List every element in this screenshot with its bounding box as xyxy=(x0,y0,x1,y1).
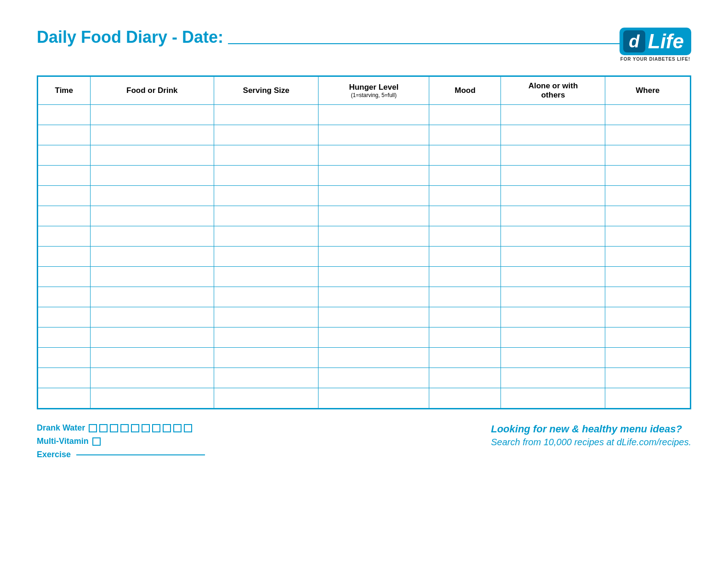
table-cell[interactable] xyxy=(214,307,318,327)
table-cell[interactable] xyxy=(501,145,605,166)
table-cell[interactable] xyxy=(214,145,318,166)
table-row[interactable] xyxy=(38,287,690,307)
table-cell[interactable] xyxy=(90,287,214,307)
table-cell[interactable] xyxy=(429,348,501,368)
table-cell[interactable] xyxy=(90,226,214,247)
exercise-input-line[interactable] xyxy=(76,454,205,455)
table-cell[interactable] xyxy=(38,327,91,348)
table-cell[interactable] xyxy=(90,166,214,186)
table-cell[interactable] xyxy=(501,307,605,327)
table-cell[interactable] xyxy=(318,368,429,388)
table-cell[interactable] xyxy=(605,307,690,327)
table-cell[interactable] xyxy=(38,166,91,186)
table-cell[interactable] xyxy=(501,327,605,348)
table-cell[interactable] xyxy=(90,388,214,408)
table-cell[interactable] xyxy=(38,125,91,145)
table-cell[interactable] xyxy=(38,186,91,206)
table-cell[interactable] xyxy=(318,105,429,125)
water-checkbox-5[interactable] xyxy=(131,424,139,432)
table-cell[interactable] xyxy=(501,166,605,186)
table-cell[interactable] xyxy=(429,125,501,145)
table-row[interactable] xyxy=(38,226,690,247)
table-cell[interactable] xyxy=(38,206,91,226)
table-row[interactable] xyxy=(38,327,690,348)
table-cell[interactable] xyxy=(90,186,214,206)
table-cell[interactable] xyxy=(90,327,214,348)
table-row[interactable] xyxy=(38,348,690,368)
table-cell[interactable] xyxy=(429,388,501,408)
table-cell[interactable] xyxy=(429,327,501,348)
table-cell[interactable] xyxy=(214,186,318,206)
table-cell[interactable] xyxy=(501,186,605,206)
water-checkbox-1[interactable] xyxy=(89,424,97,432)
table-cell[interactable] xyxy=(501,105,605,125)
table-row[interactable] xyxy=(38,247,690,267)
table-cell[interactable] xyxy=(501,388,605,408)
date-input-line[interactable] xyxy=(228,43,620,44)
table-cell[interactable] xyxy=(429,206,501,226)
table-cell[interactable] xyxy=(429,287,501,307)
water-checkbox-7[interactable] xyxy=(152,424,160,432)
table-cell[interactable] xyxy=(38,145,91,166)
table-cell[interactable] xyxy=(501,348,605,368)
table-cell[interactable] xyxy=(214,348,318,368)
table-cell[interactable] xyxy=(429,166,501,186)
table-cell[interactable] xyxy=(318,226,429,247)
table-cell[interactable] xyxy=(318,267,429,287)
table-cell[interactable] xyxy=(38,226,91,247)
table-cell[interactable] xyxy=(318,125,429,145)
table-cell[interactable] xyxy=(429,145,501,166)
table-cell[interactable] xyxy=(429,368,501,388)
table-cell[interactable] xyxy=(318,287,429,307)
table-cell[interactable] xyxy=(605,287,690,307)
table-cell[interactable] xyxy=(214,368,318,388)
table-cell[interactable] xyxy=(605,368,690,388)
table-cell[interactable] xyxy=(429,307,501,327)
table-cell[interactable] xyxy=(214,166,318,186)
table-cell[interactable] xyxy=(90,206,214,226)
table-row[interactable] xyxy=(38,388,690,408)
table-cell[interactable] xyxy=(501,206,605,226)
table-cell[interactable] xyxy=(214,247,318,267)
water-checkbox-4[interactable] xyxy=(120,424,129,432)
table-cell[interactable] xyxy=(38,267,91,287)
table-row[interactable] xyxy=(38,145,690,166)
table-cell[interactable] xyxy=(429,186,501,206)
table-cell[interactable] xyxy=(318,327,429,348)
table-row[interactable] xyxy=(38,307,690,327)
table-cell[interactable] xyxy=(214,105,318,125)
table-row[interactable] xyxy=(38,206,690,226)
table-cell[interactable] xyxy=(318,307,429,327)
water-checkbox-9[interactable] xyxy=(173,424,182,432)
table-cell[interactable] xyxy=(214,206,318,226)
table-cell[interactable] xyxy=(38,368,91,388)
table-cell[interactable] xyxy=(90,145,214,166)
table-cell[interactable] xyxy=(605,327,690,348)
table-cell[interactable] xyxy=(605,226,690,247)
table-cell[interactable] xyxy=(501,226,605,247)
table-cell[interactable] xyxy=(318,206,429,226)
table-cell[interactable] xyxy=(214,388,318,408)
table-cell[interactable] xyxy=(90,247,214,267)
multivitamin-checkbox[interactable] xyxy=(92,437,101,446)
table-cell[interactable] xyxy=(605,247,690,267)
water-checkbox-10[interactable] xyxy=(184,424,192,432)
table-cell[interactable] xyxy=(38,247,91,267)
table-cell[interactable] xyxy=(429,247,501,267)
table-cell[interactable] xyxy=(605,267,690,287)
table-cell[interactable] xyxy=(318,186,429,206)
table-row[interactable] xyxy=(38,267,690,287)
table-cell[interactable] xyxy=(90,267,214,287)
table-cell[interactable] xyxy=(38,307,91,327)
table-cell[interactable] xyxy=(429,226,501,247)
table-cell[interactable] xyxy=(501,125,605,145)
table-cell[interactable] xyxy=(38,287,91,307)
table-cell[interactable] xyxy=(605,105,690,125)
table-cell[interactable] xyxy=(318,388,429,408)
water-checkbox-8[interactable] xyxy=(163,424,171,432)
table-cell[interactable] xyxy=(90,368,214,388)
table-cell[interactable] xyxy=(38,388,91,408)
water-checkbox-6[interactable] xyxy=(142,424,150,432)
table-cell[interactable] xyxy=(90,105,214,125)
water-checkbox-3[interactable] xyxy=(110,424,118,432)
